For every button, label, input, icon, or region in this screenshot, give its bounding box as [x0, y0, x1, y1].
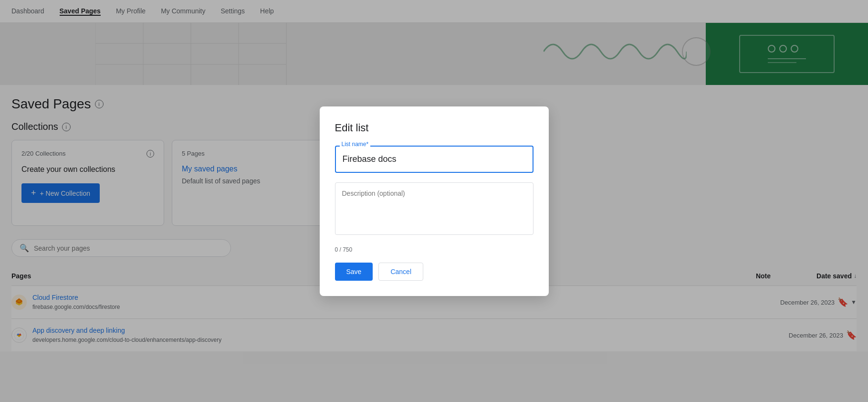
list-name-label: List name*: [340, 141, 371, 148]
description-field-group: [335, 182, 533, 237]
description-textarea[interactable]: [335, 182, 533, 235]
char-count: 0 / 750: [335, 246, 533, 253]
save-button[interactable]: Save: [335, 263, 373, 281]
modal-actions: Save Cancel: [335, 263, 533, 281]
list-name-field-group: List name*: [335, 146, 533, 173]
modal-overlay[interactable]: Edit list List name* 0 / 750 Save Cancel: [0, 0, 868, 402]
cancel-button[interactable]: Cancel: [378, 263, 423, 281]
modal-title: Edit list: [335, 122, 533, 134]
list-name-input[interactable]: [335, 146, 533, 173]
edit-list-modal: Edit list List name* 0 / 750 Save Cancel: [320, 106, 549, 296]
